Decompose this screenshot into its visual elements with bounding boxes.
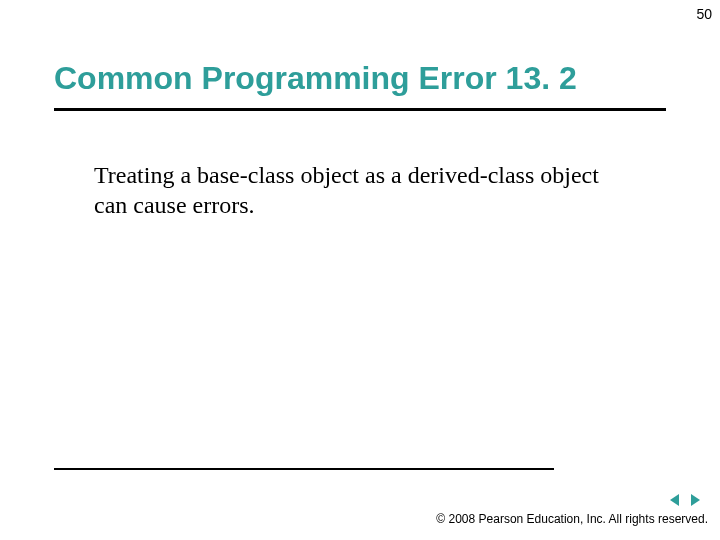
slide-title: Common Programming Error 13. 2 xyxy=(54,60,666,103)
title-rule xyxy=(54,108,666,111)
svg-marker-1 xyxy=(691,494,700,506)
nav-controls xyxy=(666,490,702,508)
bottom-rule xyxy=(54,468,554,470)
svg-marker-0 xyxy=(670,494,679,506)
body-text: Treating a base-class object as a derive… xyxy=(94,160,634,220)
next-button[interactable] xyxy=(688,490,702,508)
page-number: 50 xyxy=(696,6,712,22)
slide: 50 Common Programming Error 13. 2 Treati… xyxy=(0,0,720,540)
prev-button[interactable] xyxy=(668,490,682,508)
triangle-right-icon xyxy=(688,490,702,507)
copyright-footer: © 2008 Pearson Education, Inc. All right… xyxy=(436,512,708,526)
triangle-left-icon xyxy=(668,490,682,507)
